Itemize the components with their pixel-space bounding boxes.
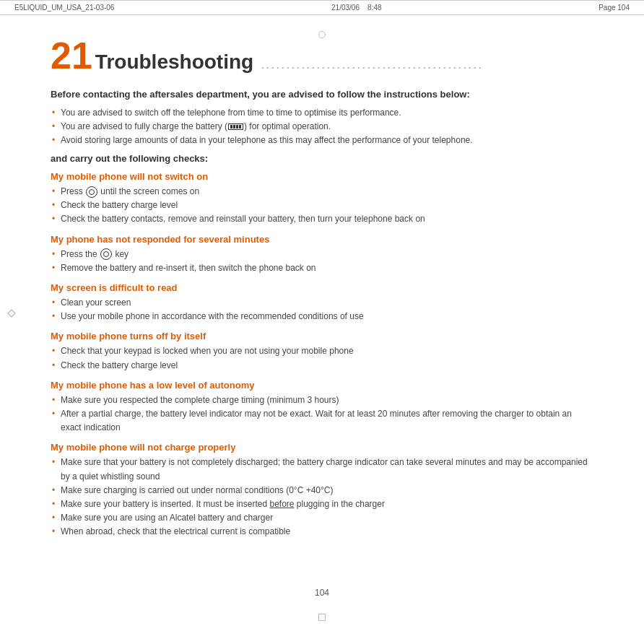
section-3-bullets: Clean your screen Use your mobile phone … — [51, 296, 593, 323]
section-6-bullet-4: Make sure you are using an Alcatel batte… — [51, 511, 593, 525]
power-icon-1 — [86, 186, 97, 198]
section-heading-4: My mobile phone turns off by itself — [51, 331, 593, 341]
section-1-bullet-1: Press until the screen comes on — [51, 185, 593, 199]
chapter-heading: 21 Troubleshooting .....................… — [51, 37, 593, 74]
section-4-bullets: Check that your keypad is locked when yo… — [51, 344, 593, 372]
bottom-registration-mark — [318, 614, 326, 621]
section-3-bullet-2: Use your mobile phone in accordance with… — [51, 310, 593, 323]
intro-bullet-2: You are advised to fully charge the batt… — [51, 120, 593, 134]
chapter-number: 21 — [51, 37, 92, 74]
intro-bullet-3: Avoid storing large amounts of data in y… — [51, 134, 593, 147]
chapter-dots: ........................................… — [261, 57, 593, 72]
header-middle: 21/03/06 8:48 — [331, 4, 382, 12]
section-6-bullet-3: Make sure your battery is inserted. It m… — [51, 497, 593, 511]
intro-bullet-1: You are advised to switch off the teleph… — [51, 106, 593, 120]
header-bar: E5LIQUID_UM_USA_21-03-06 21/03/06 8:48 P… — [0, 0, 644, 15]
battery-icon — [228, 123, 243, 130]
section-heading-1: My mobile phone will not switch on — [51, 171, 593, 182]
section-heading-5: My mobile phone has a low level of auton… — [51, 380, 593, 391]
content-area: 21 Troubleshooting .....................… — [0, 15, 644, 573]
section-6-bullet-2: Make sure charging is carried out under … — [51, 484, 593, 497]
before-text: before — [269, 499, 294, 509]
section-3-bullet-1: Clean your screen — [51, 296, 593, 310]
section-heading-2: My phone has not responded for several m… — [51, 234, 593, 245]
chapter-title: Troubleshooting — [95, 51, 253, 74]
section-1-bullet-3: Check the battery contacts, remove and r… — [51, 212, 593, 226]
section-2-bullets: Press the key Remove the battery and re-… — [51, 248, 593, 275]
section-heading-3: My screen is difficult to read — [51, 282, 593, 293]
section-4-bullet-2: Check the battery charge level — [51, 359, 593, 373]
intro-bullet-list: You are advised to switch off the teleph… — [51, 106, 593, 148]
section-6-bullet-5: When abroad, check that the electrical c… — [51, 525, 593, 539]
section-5-bullet-2: After a partial charge, the battery leve… — [51, 407, 593, 435]
section-5-bullet-1: Make sure you respected the complete cha… — [51, 393, 593, 407]
page-container: E5LIQUID_UM_USA_21-03-06 21/03/06 8:48 P… — [0, 0, 644, 644]
header-right: Page 104 — [599, 4, 630, 12]
intro-paragraph: Before contacting the aftersales departm… — [51, 87, 593, 102]
section-6-bullets: Make sure that your battery is not compl… — [51, 456, 593, 539]
section-heading-6: My mobile phone will not charge properly — [51, 442, 593, 453]
page-number: 104 — [0, 588, 644, 612]
header-left: E5LIQUID_UM_USA_21-03-06 — [14, 4, 114, 12]
section-1-bullets: Press until the screen comes on Check th… — [51, 185, 593, 227]
power-icon-2 — [100, 248, 112, 260]
and-carry-text: and carry out the following checks: — [51, 153, 593, 164]
section-6-bullet-1: Make sure that your battery is not compl… — [51, 456, 593, 483]
section-4-bullet-1: Check that your keypad is locked when yo… — [51, 344, 593, 358]
section-1-bullet-2: Check the battery charge level — [51, 199, 593, 212]
section-5-bullets: Make sure you respected the complete cha… — [51, 393, 593, 435]
section-2-bullet-2: Remove the battery and re-insert it, the… — [51, 261, 593, 275]
section-2-bullet-1: Press the key — [51, 248, 593, 261]
